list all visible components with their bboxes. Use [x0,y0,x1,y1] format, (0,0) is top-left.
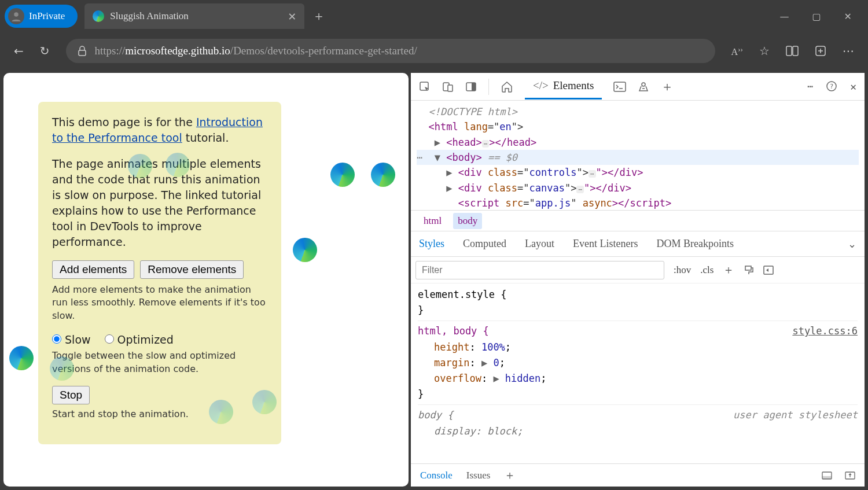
remove-elements-button[interactable]: Remove elements [140,260,244,279]
dom-tree[interactable]: <!DOCTYPE html> <html lang="en"> ▶ <head… [411,101,865,211]
paint-icon[interactable] [744,265,754,275]
radio-optimized[interactable]: Optimized [105,333,174,346]
stop-hint: Start and stop the animation. [52,408,267,421]
animated-icon [371,163,395,187]
titlebar: InPrivate Sluggish Animation ✕ ＋ — ▢ ✕ [0,0,868,32]
animated-icon [252,390,277,414]
animated-icon [9,346,34,370]
profile-icon [8,8,24,24]
address-bar: ← ↻ https://microsoftedge.github.io/Demo… [0,32,868,69]
window-controls: — ▢ ✕ [779,11,863,22]
add-elements-button[interactable]: Add elements [52,260,134,279]
tab-styles[interactable]: Styles [419,238,444,250]
console-icon[interactable] [613,82,626,92]
svg-rect-7 [448,85,453,91]
refresh-icon[interactable]: ↻ [40,44,50,58]
animated-icon [165,153,190,177]
edge-icon [93,10,104,22]
maximize-icon[interactable]: ▢ [812,11,821,22]
animated-icon [330,163,355,187]
browser-tab[interactable]: Sluggish Animation ✕ [84,3,304,29]
help-icon[interactable]: ? [826,80,837,93]
hov-toggle[interactable]: :hov [674,264,691,276]
elements-tab[interactable]: </> Elements [525,73,602,100]
svg-point-11 [642,83,645,86]
source-link[interactable]: style.css:6 [792,323,858,339]
elements-icon: </> [533,79,549,92]
read-aloud-icon[interactable]: A›› [731,45,743,57]
dock-icon[interactable] [822,471,832,480]
more-tools-icon[interactable]: ⋯ [807,80,813,93]
add-hint: Add more elements to make the animation … [52,283,267,323]
cls-toggle[interactable]: .cls [700,264,713,276]
svg-text:?: ? [830,83,834,90]
animated-icon [50,356,74,381]
more-icon[interactable]: ⋯ [843,44,854,58]
tab-event-listeners[interactable]: Event Listeners [573,238,638,250]
animated-icon [209,400,233,424]
drawer-console[interactable]: Console [420,470,453,481]
devtools-toolbar: </> Elements ＋ ⋯ ? ✕ [411,73,865,101]
favorite-icon[interactable]: ☆ [759,44,770,58]
svg-rect-9 [472,83,476,91]
filter-bar: :hov .cls ＋ [411,257,865,283]
svg-rect-17 [822,476,832,479]
new-style-icon[interactable]: ＋ [723,262,734,278]
tab-layout[interactable]: Layout [525,238,554,250]
chevron-down-icon[interactable]: ⌄ [848,238,856,250]
panel-icon[interactable] [465,81,477,93]
add-tab-icon[interactable]: ＋ [661,78,674,95]
svg-point-0 [14,12,19,17]
styles-pane[interactable]: element.style { } html, body {style.css:… [411,283,865,463]
tab-dom-breakpoints[interactable]: DOM Breakpoints [656,238,734,250]
svg-rect-10 [614,82,626,91]
panel-toggle-icon[interactable] [763,266,774,275]
radio-hint: Toggle between the slow and optimized ve… [52,349,267,375]
radio-slow[interactable]: Slow [52,333,91,346]
back-icon[interactable]: ← [14,44,24,58]
crumb-body[interactable]: body [453,213,482,229]
page-viewport: This demo page is for the Introduction t… [3,73,409,487]
svg-rect-2 [786,46,792,56]
inspect-icon[interactable] [419,81,431,93]
close-tab-icon[interactable]: ✕ [288,10,296,23]
sources-icon[interactable] [638,81,649,93]
minimize-icon[interactable]: — [779,11,789,22]
tab-computed[interactable]: Computed [463,238,506,250]
controls-panel: This demo page is for the Introduction t… [38,102,281,444]
lock-icon [78,46,87,56]
inprivate-label: InPrivate [29,10,65,22]
breadcrumb[interactable]: html body [411,211,865,231]
close-devtools-icon[interactable]: ✕ [850,80,856,93]
url-input[interactable]: https://microsoftedge.github.io/Demos/de… [66,39,715,63]
svg-rect-3 [793,46,798,56]
animated-icon [128,154,152,178]
description-text: The page animates multiple elements and … [52,156,267,250]
styles-tabs: Styles Computed Layout Event Listeners D… [411,231,865,257]
devtools-panel: </> Elements ＋ ⋯ ? ✕ <!DOCTYPE html> <ht… [411,73,865,487]
crumb-html[interactable]: html [419,213,446,229]
expand-drawer-icon[interactable] [845,471,855,480]
device-icon[interactable] [442,81,454,93]
new-tab-button[interactable]: ＋ [312,8,325,25]
svg-rect-1 [79,50,86,56]
drawer-issues[interactable]: Issues [466,470,491,481]
collections-icon[interactable] [815,45,826,57]
welcome-tab[interactable] [501,81,513,93]
close-window-icon[interactable]: ✕ [844,11,852,22]
svg-rect-14 [745,266,751,270]
inprivate-badge[interactable]: InPrivate [5,5,78,28]
drawer: Console Issues ＋ [411,463,865,487]
stop-button[interactable]: Stop [52,386,90,404]
split-screen-icon[interactable] [786,46,799,56]
add-drawer-icon[interactable]: ＋ [504,467,516,483]
animated-icon [293,238,317,262]
tab-title: Sluggish Animation [110,10,189,22]
filter-input[interactable] [415,261,664,279]
